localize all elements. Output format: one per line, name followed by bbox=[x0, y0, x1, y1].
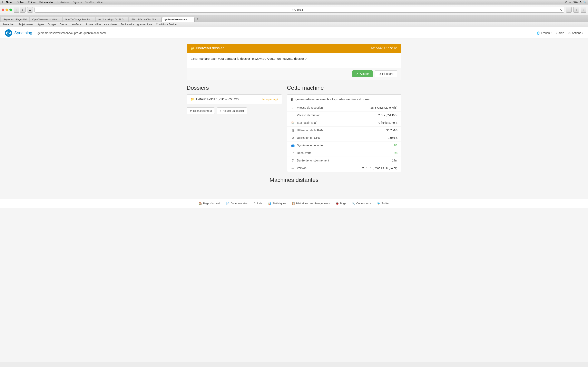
actions-button[interactable]: ⚙ Actions ▾ bbox=[568, 31, 583, 35]
footer-bugs-label: Bugs bbox=[340, 202, 346, 205]
actions-label: Actions bbox=[572, 31, 581, 35]
tab-regex[interactable]: Regex test - Regex Pal bbox=[1, 17, 29, 22]
apple-menu[interactable]:  bbox=[2, 0, 3, 4]
browser-chrome: ‹ › ⊡ 127.0.0.1 ↻ ↓ ⬆ ⤢ Regex test - Reg… bbox=[0, 4, 588, 27]
tab-ola2doc[interactable]: ola2doc - Gogs: Go Git Service bbox=[96, 17, 129, 22]
reanalyse-button[interactable]: ↻ Réanalyser tout bbox=[187, 108, 215, 114]
stat-systemes-value: 2/2 bbox=[394, 144, 398, 147]
close-button[interactable] bbox=[2, 8, 4, 11]
notification-title: Nouveau dossier bbox=[196, 46, 224, 50]
maximize-button[interactable] bbox=[9, 8, 12, 11]
notification-banner: 📁 Nouveau dossier 2016-07-12 16:50:00 p3… bbox=[187, 44, 401, 80]
notification-header: 📁 Nouveau dossier 2016-07-12 16:50:00 bbox=[187, 44, 401, 53]
bookmark-deezer[interactable]: Deezer bbox=[58, 23, 69, 26]
footer-help[interactable]: ? Aide bbox=[254, 202, 262, 205]
add-folder-label: Ajouter un dossier bbox=[223, 109, 244, 112]
download-icon[interactable]: ↓ bbox=[566, 7, 572, 13]
systems-icon: 👥 bbox=[291, 144, 295, 147]
menu-edition[interactable]: Édition bbox=[28, 1, 36, 4]
bookmark-google[interactable]: Google bbox=[46, 23, 57, 26]
app-logo bbox=[5, 29, 12, 37]
stat-cpu: ⚙ Utilisation du CPU 0.046% bbox=[287, 134, 401, 142]
machine-name: geniemediaserversmacbook-pro-de-quentinl… bbox=[295, 98, 370, 101]
stat-reception-value: 28.8 KiB/s (20.9 MiB) bbox=[371, 106, 398, 109]
browser-toolbar: ‹ › ⊡ 127.0.0.1 ↻ ↓ ⬆ ⤢ bbox=[0, 4, 588, 15]
language-selector[interactable]: 🌐 French ▾ bbox=[536, 31, 552, 35]
app-hostname: geniemediaserversmacbook-pro-de-quentinl… bbox=[38, 31, 107, 35]
menu-fenetre[interactable]: Fenêtre bbox=[85, 1, 94, 4]
footer-bugs[interactable]: 🐞 Bugs bbox=[336, 202, 346, 205]
tab-glitch[interactable]: Glitch Effect on Text / Images / SVG... bbox=[129, 17, 162, 22]
menu-presentation[interactable]: Présentation bbox=[39, 1, 54, 4]
bookmark-memoire[interactable]: Mémoire ▾ bbox=[2, 23, 16, 26]
tab-syncthing[interactable]: geniemediaserversmacbook-pro-de-... bbox=[162, 17, 195, 22]
fullscreen-icon[interactable]: ⤢ bbox=[581, 7, 586, 13]
add-folder-action-button[interactable]: + Ajouter un dossier bbox=[217, 108, 247, 114]
menu-historique[interactable]: Historique bbox=[58, 1, 70, 4]
machine-box: ▦ geniemediaserversmacbook-pro-de-quenti… bbox=[287, 94, 401, 172]
tab-font[interactable]: How To Change Font Family & Font... bbox=[63, 17, 95, 22]
folder-actions: ↻ Réanalyser tout + Ajouter un dossier bbox=[187, 108, 282, 114]
footer-docs[interactable]: 📄 Documentation bbox=[226, 202, 248, 205]
tag-icon: 🏷 bbox=[291, 166, 295, 170]
tabs-bar: Regex test - Regex Pal OpenClassrooms - … bbox=[0, 15, 588, 22]
sidebar-toggle[interactable]: ⊡ bbox=[27, 7, 33, 13]
footer-history[interactable]: 📋 Historique des changements bbox=[292, 202, 330, 205]
add-tab-button[interactable]: + bbox=[195, 16, 200, 22]
notification-body: p34g-manjaro-bach veut partager le dossi… bbox=[187, 53, 401, 68]
globe-icon: 🌐 bbox=[536, 31, 540, 35]
stat-systemes-label: Systèmes en écoute bbox=[297, 144, 391, 147]
clock: ⚙ bbox=[579, 1, 582, 4]
app-brand: Syncthing geniemediaserversmacbook-pro-d… bbox=[5, 29, 107, 37]
home-icon: 🏠 bbox=[291, 121, 295, 124]
menu-safari[interactable]: Safari bbox=[6, 1, 13, 4]
url-bar[interactable]: 127.0.0.1 ↻ bbox=[35, 7, 564, 13]
share-icon[interactable]: ⬆ bbox=[573, 7, 579, 13]
ram-icon: ▦ bbox=[291, 129, 295, 132]
stat-ram-label: Utilisation de la RAM bbox=[297, 129, 384, 132]
menu-aide[interactable]: Aide bbox=[97, 1, 103, 4]
folder-name: Default Folder (22kj2-RM5wt) bbox=[196, 98, 239, 101]
stat-decouverte-value: 8/8 bbox=[394, 151, 398, 155]
battery-text: 36% bbox=[573, 1, 578, 4]
uptime-icon: ⏱ bbox=[291, 159, 295, 162]
stat-version-label: Version bbox=[297, 166, 360, 170]
stat-duree: ⏱ Durée de fonctionnement 14m bbox=[287, 157, 401, 164]
bookmark-apple[interactable]: Apple bbox=[36, 23, 45, 26]
menu-fichier[interactable]: Fichier bbox=[17, 1, 25, 4]
bookmark-projet[interactable]: Projet perso ▾ bbox=[17, 23, 35, 26]
minimize-button[interactable] bbox=[6, 8, 8, 11]
bookmark-dictionnaire[interactable]: Dictionnaire f...gues en ligne bbox=[120, 23, 154, 26]
add-folder-button[interactable]: ✓ Ajouter bbox=[352, 70, 372, 77]
macos-menus:  Safari Fichier Édition Présentation Hi… bbox=[2, 0, 103, 4]
chevron-down-icon: ▾ bbox=[551, 32, 552, 34]
machines-distantes-section: Machines distantes bbox=[187, 177, 401, 183]
two-column-layout: Dossiers 📁 Default Folder (22kj2-RM5wt) … bbox=[187, 85, 401, 172]
cpu-icon: ⚙ bbox=[291, 136, 295, 140]
help-button[interactable]: ? Aide bbox=[556, 31, 564, 35]
stat-decouverte: ⇌ Découverte 8/8 bbox=[287, 149, 401, 157]
bookmark-memoire-label: Mémoire bbox=[3, 23, 13, 26]
footer-source[interactable]: 🔧 Code source bbox=[352, 202, 371, 205]
dossiers-section: Dossiers 📁 Default Folder (22kj2-RM5wt) … bbox=[187, 85, 282, 172]
footer-home[interactable]: 🏠 Page d'accueil bbox=[199, 202, 220, 205]
bookmark-joomeo[interactable]: Joomeo - Pho...de de photos bbox=[84, 23, 119, 26]
footer-twitter[interactable]: 🐦 Twitter bbox=[377, 202, 389, 205]
app-footer: 🏠 Page d'accueil 📄 Documentation ? Aide … bbox=[0, 199, 588, 208]
stat-duree-value: 14m bbox=[392, 159, 398, 162]
menu-signets[interactable]: Signets bbox=[73, 1, 81, 4]
bookmark-youtube[interactable]: YouTube bbox=[70, 23, 83, 26]
stat-local: 🏠 État local (Total) 0 fichiers, ~0 B bbox=[287, 119, 401, 127]
folder-icon: 📁 bbox=[191, 47, 194, 50]
footer-stats[interactable]: 📊 Statistiques bbox=[268, 202, 286, 205]
bookmark-conditional[interactable]: Conditional Design bbox=[154, 23, 178, 26]
tab-openclassrooms[interactable]: OpenClassrooms - Mémento des ex... bbox=[30, 17, 62, 22]
forward-button[interactable]: › bbox=[20, 7, 26, 13]
wifi-icon: ▲ bbox=[569, 1, 571, 4]
search-icon[interactable]: 🔍 bbox=[583, 1, 586, 4]
back-button[interactable]: ‹ bbox=[14, 7, 19, 13]
refresh-icon[interactable]: ↻ bbox=[560, 8, 562, 11]
footer-stats-label: Statistiques bbox=[272, 202, 286, 205]
main-content: 📁 Nouveau dossier 2016-07-12 16:50:00 p3… bbox=[182, 39, 406, 199]
later-button[interactable]: ⊙ Plus tard bbox=[375, 70, 397, 77]
